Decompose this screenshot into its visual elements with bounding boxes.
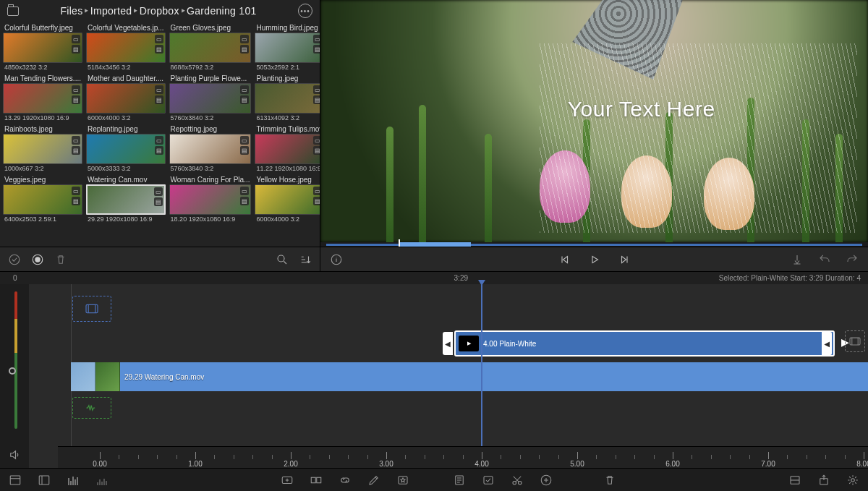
clip-trim-left[interactable] — [443, 332, 453, 355]
notes-icon[interactable] — [451, 472, 467, 488]
media-thumb-meta: 13.29 1920x1080 16:9 — [3, 114, 82, 122]
edit-icon[interactable] — [366, 472, 382, 488]
delete-icon[interactable] — [602, 472, 618, 488]
add-icon[interactable] — [538, 472, 554, 488]
layout-icon[interactable] — [7, 472, 23, 488]
empty-audio-slot[interactable] — [72, 397, 111, 419]
timeline-ruler[interactable]: 0.001.002.003.004.005.006.007.008.00 — [58, 446, 868, 468]
lock-icon: ▤ — [155, 146, 163, 155]
ruler-label: 2.00 — [284, 460, 297, 468]
favorite-icon[interactable] — [395, 472, 411, 488]
video-clip[interactable]: 29.29 Watering Can.mov — [71, 362, 868, 391]
prev-frame-button[interactable] — [557, 252, 571, 267]
media-thumb[interactable]: Planting.jpeg▭▤6131x4092 3:2 — [255, 74, 320, 122]
media-thumb-name: Mother and Daughter.... — [86, 74, 166, 83]
lock-icon: ▤ — [313, 45, 320, 54]
media-thumb[interactable]: Colorful Vegetables.jp...▭▤5184x3456 3:2 — [86, 23, 166, 72]
lock-icon: ▤ — [72, 197, 80, 205]
media-thumb-name: Rainboots.jpeg — [3, 124, 82, 134]
overlay-track[interactable] — [29, 296, 868, 328]
playhead[interactable] — [481, 284, 482, 446]
trash-icon[interactable] — [54, 252, 68, 267]
media-thumb[interactable]: Green Gloves.jpeg▭▤8688x5792 3:2 — [169, 23, 252, 72]
audio-track[interactable] — [29, 397, 868, 423]
link-icon[interactable] — [337, 472, 353, 488]
checkbox-icon[interactable] — [480, 472, 496, 488]
media-thumb[interactable]: Yellow Hose.jpeg▭▤6000x4000 3:2 — [255, 175, 320, 223]
media-thumb[interactable]: Colorful Butterfly.jpeg▭▤4850x3232 3:2 — [3, 23, 82, 72]
mute-icon[interactable] — [7, 448, 22, 462]
marker-icon[interactable] — [790, 252, 804, 267]
media-thumb[interactable]: Man Tending Flowers....▭▤13.29 1920x1080… — [3, 74, 82, 122]
media-thumb[interactable]: Mother and Daughter....▭▤6000x4000 3:2 — [86, 74, 166, 122]
more-options-button[interactable]: ••• — [298, 4, 312, 18]
svg-point-2 — [35, 257, 41, 262]
svg-point-3 — [278, 255, 284, 262]
title-clip[interactable]: 4.00 Plain-White ▶ — [454, 330, 835, 356]
play-button[interactable] — [587, 252, 602, 267]
ruler-label: 6.00 — [665, 460, 679, 468]
info-icon[interactable] — [329, 252, 344, 267]
media-thumb-name: Humming Bird.jpeg — [255, 23, 320, 33]
lock-icon: ▤ — [240, 146, 249, 155]
media-thumb[interactable]: Veggies.jpeg▭▤6400x2503 2.59:1 — [3, 175, 82, 223]
media-thumb[interactable]: Woman Caring For Pla...▭▤18.20 1920x1080… — [169, 175, 252, 223]
transition-icon[interactable] — [308, 472, 324, 488]
media-thumb-meta: 29.29 1920x1080 16:9 — [86, 215, 166, 223]
media-thumb[interactable]: Replanting.jpeg▭▤5000x3333 3:2 — [86, 124, 166, 173]
media-thumb-meta: 1000x667 3:2 — [3, 164, 82, 173]
title-track[interactable]: 4.00 Plain-White ▶ — [29, 330, 868, 359]
media-thumb[interactable]: Repotting.jpeg▭▤5760x3840 3:2 — [169, 124, 252, 173]
share-icon[interactable] — [816, 472, 832, 488]
record-icon[interactable] — [30, 252, 45, 267]
media-thumb[interactable]: Humming Bird.jpeg▭▤5053x2592 2:1 — [255, 23, 320, 72]
title-overlay-text[interactable]: Your Text Here — [568, 97, 715, 121]
preview-viewer[interactable]: Your Text Here — [320, 0, 868, 242]
media-thumb-meta: 18.20 1920x1080 16:9 — [169, 215, 252, 223]
filmstrip-icon: ▭ — [155, 85, 163, 94]
add-title-slot[interactable] — [845, 330, 865, 352]
sort-icon[interactable] — [298, 252, 312, 267]
svg-rect-5 — [86, 304, 98, 312]
timeline[interactable]: 4.00 Plain-White ▶ 29.29 Watering Can.mo… — [0, 284, 868, 468]
library-toggle-icon[interactable] — [36, 472, 52, 488]
search-icon[interactable] — [275, 252, 289, 267]
media-thumb-name: Replanting.jpeg — [86, 124, 166, 134]
cut-icon[interactable] — [509, 472, 525, 488]
media-thumb-meta: 11.22 1920x1080 16:9 — [255, 164, 320, 173]
library-header: Files‣Imported‣Dropbox‣Gardening 101 ••• — [0, 0, 320, 22]
media-thumb[interactable]: Watering Can.mov▭▤29.29 1920x1080 16:9 — [86, 175, 166, 223]
filmstrip-icon: ▭ — [154, 187, 163, 196]
approve-icon[interactable] — [7, 252, 22, 267]
media-thumb-name: Colorful Vegetables.jp... — [86, 23, 166, 33]
svg-point-20 — [851, 478, 855, 482]
waveform-icon[interactable] — [94, 472, 110, 488]
svg-rect-8 — [39, 476, 49, 484]
undo-icon[interactable] — [817, 252, 832, 267]
clip-trim-right[interactable] — [822, 332, 832, 355]
levels-icon[interactable] — [65, 472, 81, 488]
svg-point-0 — [9, 255, 20, 265]
media-thumb-meta: 6000x4000 3:2 — [86, 114, 166, 122]
timeline-gutter — [0, 284, 29, 468]
ruler-label: 1.00 — [188, 460, 202, 468]
redo-icon[interactable] — [845, 252, 859, 267]
media-thumb-name: Man Tending Flowers.... — [3, 74, 82, 83]
breadcrumb[interactable]: Files‣Imported‣Dropbox‣Gardening 101 — [25, 5, 292, 17]
library-footer — [0, 247, 320, 271]
filmstrip-icon: ▭ — [240, 136, 249, 145]
empty-overlay-slot[interactable] — [72, 296, 111, 322]
video-track[interactable]: 29.29 Watering Can.mov — [29, 362, 868, 394]
media-thumb[interactable]: Trimming Tulips.mov▭▤11.22 1920x1080 16:… — [255, 124, 320, 173]
media-thumb[interactable]: Planting Purple Flowe...▭▤5760x3840 3:2 — [169, 74, 252, 122]
add-media-icon[interactable] — [279, 472, 295, 488]
settings-icon[interactable] — [845, 472, 861, 488]
track-indicator-dot[interactable] — [9, 367, 16, 375]
media-thumb-meta: 5000x3333 3:2 — [86, 164, 166, 173]
next-frame-button[interactable] — [618, 252, 632, 267]
fullscreen-icon[interactable] — [787, 472, 803, 488]
media-thumb[interactable]: Rainboots.jpeg▭▤1000x667 3:2 — [3, 124, 82, 173]
svg-rect-14 — [484, 476, 493, 484]
folder-icon[interactable] — [7, 7, 19, 16]
transport-bar — [320, 247, 868, 271]
